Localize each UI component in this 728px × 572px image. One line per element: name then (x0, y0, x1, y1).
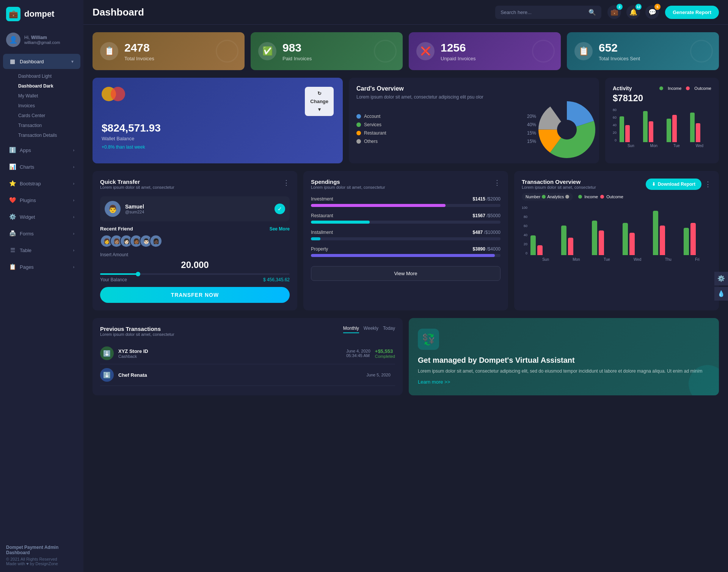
chevron-right-icon-2: › (73, 165, 74, 169)
logo-icon: 💼 (6, 7, 20, 21)
view-more-button[interactable]: View More (311, 266, 500, 281)
activity-legend: Income Outcome (659, 86, 711, 91)
wallet-label: Wallet Balance (102, 136, 334, 141)
submenu-cards-center[interactable]: Cards Center (14, 111, 83, 121)
legend-account: Account 20% (356, 114, 536, 119)
briefcase-icon: 💼 (610, 8, 618, 16)
bar-mon-outcome (649, 121, 653, 142)
prev-transactions-card: Previous Transactions Lorem ipsum dolor … (93, 318, 403, 395)
transfer-now-button[interactable]: TRANSFER NOW (100, 287, 290, 303)
nav-plugins-label: Plugins (20, 197, 36, 203)
submenu-transaction-details[interactable]: Transaction Details (14, 130, 83, 140)
amount-section: Insert Amount 20.000 Your Balance $ 456,… (100, 252, 290, 282)
trans-icon-xyz: ⬇️ (100, 346, 114, 360)
amount-label: Insert Amount (100, 252, 290, 257)
nav-charts[interactable]: 📊 Charts › (3, 159, 80, 174)
see-more-link[interactable]: See More (270, 226, 290, 232)
chevron-right-icon-3: › (73, 182, 74, 186)
legend-restaurant-label: Restaurant (364, 130, 386, 136)
generate-report-button[interactable]: Generate Report (665, 6, 719, 19)
settings-icon-btn[interactable]: ⚙️ (714, 272, 728, 285)
search-icon[interactable]: 🔍 (588, 9, 596, 16)
forms-icon: 🖨️ (9, 230, 16, 237)
friend-6[interactable]: 👩🏿 (149, 235, 162, 248)
chat-icon-btn[interactable]: 💬 5 (645, 5, 659, 19)
to-title: Transaction Overview (522, 179, 596, 185)
spending-restaurant: Restaurant $1567 /$5000 (311, 213, 500, 224)
download-label: Download Report (658, 182, 695, 187)
tab-today[interactable]: Today (383, 326, 395, 333)
nav-pages[interactable]: 📋 Pages › (3, 259, 80, 274)
plugins-icon: ❤️ (9, 197, 16, 204)
activity-title: Activity (613, 85, 632, 91)
quick-transfer-subtitle: Lorem ipsum dolor sit amet, consectetur (100, 185, 174, 190)
chevron-right-icon: › (73, 148, 74, 152)
stat-total-sent: 📋 652 Total Invoices Sent (567, 32, 719, 70)
bar-wed-income (690, 113, 695, 142)
submenu-transaction[interactable]: Transaction (14, 121, 83, 130)
water-icon-btn[interactable]: 💧 (714, 287, 728, 301)
activity-bar-chart (620, 108, 711, 142)
nav-pages-label: Pages (20, 264, 34, 270)
chevron-right-icon-4: › (73, 198, 74, 202)
nav-plugins[interactable]: ❤️ Plugins › (3, 193, 80, 208)
sidebar: 💼 dompet 👤 Hi, William william@gmail.com… (0, 0, 83, 572)
dots-menu-to[interactable]: ⋮ (704, 180, 711, 188)
dots-menu-transfer[interactable]: ⋮ (283, 179, 290, 187)
nav-bootstrap[interactable]: ⭐ Bootstrap › (3, 176, 80, 191)
bell-badge: 12 (635, 4, 642, 10)
stat-unpaid-invoices: ❌ 1256 Unpaid Invoices (409, 32, 561, 70)
card-overview-subtitle: Lorem ipsum dolor sit amet, consectetur … (356, 94, 592, 100)
page-content: 📋 2478 Total Invoices ✅ 983 Paid Invoice… (83, 25, 728, 572)
chat-icon: 💬 (648, 8, 656, 16)
submenu-my-wallet[interactable]: My Wallet (14, 91, 83, 101)
svg-point-4 (557, 120, 577, 139)
nav-table-label: Table (20, 248, 31, 253)
balance-label: Your Balance (100, 277, 127, 282)
bar-sun-outcome (625, 125, 630, 142)
slider-thumb (136, 272, 140, 276)
card-circles (102, 87, 125, 101)
number-label: Number (526, 194, 540, 199)
legend-others: Others 15% (356, 139, 536, 144)
va-link[interactable]: Learn more >> (418, 379, 710, 385)
submenu-dashboard-light[interactable]: Dashboard Light (14, 71, 83, 81)
income-to-label: Income (584, 194, 598, 199)
nav-apps[interactable]: ℹ️ Apps › (3, 143, 80, 158)
total-invoices-icon: 📋 (100, 42, 118, 60)
bell-icon-btn[interactable]: 🔔 12 (626, 5, 640, 19)
transaction-xyz: ⬇️ XYZ Store ID Cashback June 4, 2020 05… (100, 343, 395, 364)
search-input[interactable] (500, 9, 585, 15)
nav-widget[interactable]: ⚙️ Widget › (3, 209, 80, 224)
nav-dashboard[interactable]: ▦ Dashboard ▼ (3, 54, 80, 69)
bar-tue-income (667, 119, 671, 142)
bar-group-tue (667, 115, 688, 142)
dots-menu-spendings[interactable]: ⋮ (494, 179, 500, 187)
logo-area: 💼 dompet (0, 0, 83, 28)
outcome-to-label: Outcome (606, 194, 623, 199)
briefcase-badge: 2 (617, 4, 623, 10)
apps-icon: ℹ️ (9, 147, 16, 154)
submenu-dashboard-dark[interactable]: Dashboard Dark (14, 81, 83, 91)
legend-dot-services (356, 122, 361, 127)
amount-slider[interactable] (100, 273, 290, 275)
download-icon: ⬇ (652, 182, 656, 187)
legend-services: Services 40% (356, 122, 536, 127)
transaction-chef: ⬇️ Chef Renata June 5, 2020 (100, 364, 395, 386)
bar-group-mon (643, 111, 664, 142)
nav-table[interactable]: ☰ Table › (3, 243, 80, 258)
legend-dot-account (356, 114, 361, 119)
briefcase-icon-btn[interactable]: 💼 2 (607, 5, 621, 19)
tab-monthly[interactable]: Monthly (343, 326, 359, 333)
change-button[interactable]: ↻ Change ▾ (305, 87, 334, 116)
number-analytics-toggle: Number Analytics (522, 193, 573, 201)
tab-weekly[interactable]: Weekly (364, 326, 378, 333)
download-report-button[interactable]: ⬇ Download Report (646, 179, 701, 190)
analytics-dot (542, 195, 546, 199)
bar-sun-income (620, 116, 624, 142)
submenu-invoices[interactable]: Invoices (14, 101, 83, 111)
trans-icon-chef: ⬇️ (100, 368, 114, 382)
sidebar-footer: Dompet Payment Admin Dashboard © 2021 Al… (0, 539, 83, 572)
nav-forms[interactable]: 🖨️ Forms › (3, 226, 80, 241)
transfer-user-handle: @sum224 (125, 210, 144, 214)
